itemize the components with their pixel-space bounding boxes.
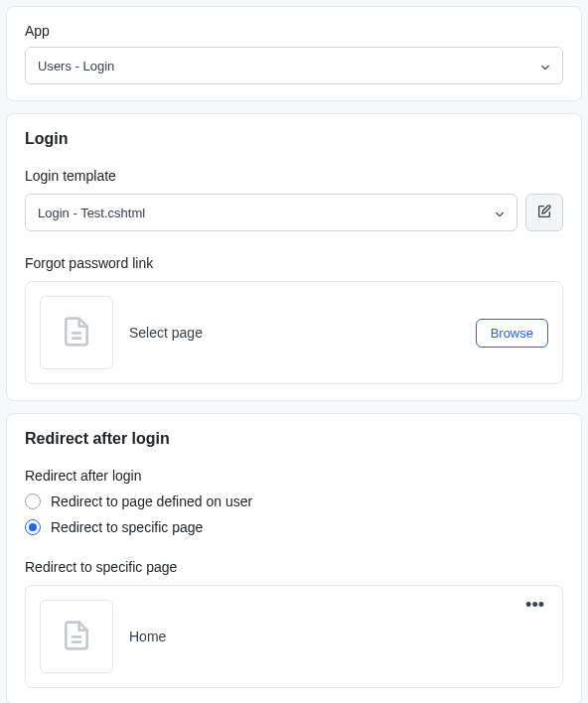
chevron-down-icon	[495, 208, 505, 217]
redirect-option-user[interactable]: Redirect to page defined on user	[25, 493, 563, 509]
forgot-password-page-picker: Select page Browse	[25, 281, 563, 384]
page-icon	[61, 620, 92, 654]
page-thumbnail	[40, 600, 113, 673]
chevron-down-icon	[540, 61, 550, 70]
login-title: Login	[25, 130, 563, 148]
login-card: Login Login template Login - Test.cshtml…	[6, 113, 582, 401]
app-card: App Users - Login	[6, 6, 582, 101]
redirect-specific-page-text: Home	[129, 629, 506, 644]
login-template-select[interactable]: Login - Test.cshtml	[25, 194, 517, 231]
forgot-password-page-text: Select page	[129, 325, 460, 341]
radio-dot-icon	[29, 523, 37, 531]
redirect-option-specific-label: Redirect to specific page	[51, 519, 203, 535]
login-template-label: Login template	[25, 168, 563, 184]
more-options-button[interactable]: •••	[521, 596, 548, 614]
redirect-title: Redirect after login	[25, 430, 563, 448]
app-select[interactable]: Users - Login	[25, 47, 563, 84]
forgot-password-label: Forgot password link	[25, 255, 563, 271]
radio-icon-checked	[25, 519, 41, 535]
edit-icon	[536, 204, 552, 222]
radio-icon	[25, 493, 41, 509]
app-select-value: Users - Login	[38, 59, 114, 73]
redirect-specific-label: Redirect to specific page	[25, 559, 563, 575]
browse-button[interactable]: Browse	[476, 319, 548, 348]
redirect-option-specific[interactable]: Redirect to specific page	[25, 519, 563, 535]
redirect-card: Redirect after login Redirect after logi…	[6, 413, 582, 703]
edit-template-button[interactable]	[525, 194, 563, 231]
redirect-group-label: Redirect after login	[25, 468, 563, 484]
redirect-specific-page-picker: Home •••	[25, 585, 563, 688]
page-thumbnail	[40, 296, 113, 369]
login-template-value: Login - Test.cshtml	[38, 206, 145, 220]
page-icon	[61, 316, 92, 351]
app-label: App	[25, 23, 563, 39]
ellipsis-icon: •••	[525, 595, 544, 615]
redirect-option-user-label: Redirect to page defined on user	[51, 493, 252, 509]
